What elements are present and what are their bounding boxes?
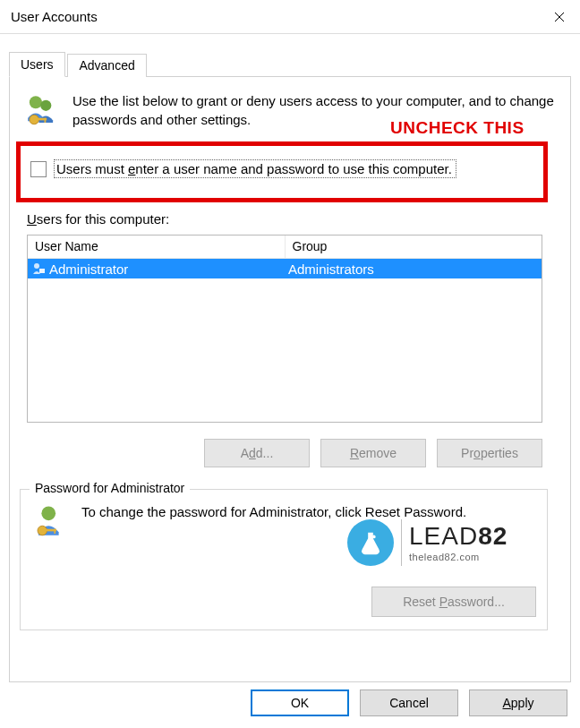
tab-users[interactable]: Users — [9, 52, 65, 77]
password-fieldset: Password for Administrator To change the… — [20, 489, 548, 630]
cell-username: Administrator — [28, 261, 285, 277]
must-enter-credentials-checkbox-row: Users must enter a user name and passwor… — [30, 159, 456, 178]
must-enter-credentials-checkbox[interactable] — [30, 161, 47, 177]
user-key-icon — [31, 502, 69, 544]
list-buttons-row: Add... Remove Properties — [27, 439, 542, 467]
close-icon — [554, 12, 565, 22]
tab-label: Advanced — [79, 58, 134, 73]
cancel-button[interactable]: Cancel — [360, 689, 458, 716]
svg-point-2 — [30, 96, 42, 108]
svg-point-9 — [41, 506, 55, 520]
reset-password-button[interactable]: Reset Password... — [371, 587, 536, 617]
svg-point-7 — [34, 263, 39, 269]
users-list-heading: Users for this computer: — [27, 211, 169, 227]
svg-rect-8 — [39, 269, 45, 273]
group-text: Administrators — [288, 261, 374, 277]
column-group[interactable]: Group — [286, 236, 542, 258]
tab-strip: Users Advanced — [9, 52, 571, 77]
close-button[interactable] — [539, 0, 580, 34]
user-row-icon — [31, 261, 46, 276]
users-listview[interactable]: User Name Group Administrator Administra… — [27, 235, 542, 423]
intro-text: Use the list below to grant or deny user… — [72, 91, 558, 129]
properties-button[interactable]: Properties — [437, 439, 542, 467]
column-username[interactable]: User Name — [28, 236, 286, 258]
table-row[interactable]: Administrator Administrators — [28, 259, 542, 278]
password-text: To change the password for Administrator… — [81, 502, 466, 521]
window-title: User Accounts — [11, 9, 98, 24]
intro-row: Use the list below to grant or deny user… — [22, 91, 558, 133]
add-button[interactable]: Add... — [204, 439, 310, 467]
users-key-icon — [22, 91, 60, 133]
listview-header: User Name Group — [28, 236, 542, 259]
cell-group: Administrators — [285, 261, 542, 277]
svg-rect-12 — [54, 529, 55, 534]
tab-label: Users — [21, 57, 54, 72]
password-legend: Password for Administrator — [30, 481, 190, 495]
must-enter-credentials-label[interactable]: Users must enter a user name and passwor… — [54, 159, 456, 178]
username-text: Administrator — [49, 261, 128, 277]
ok-button[interactable]: OK — [251, 689, 349, 716]
tab-advanced[interactable]: Advanced — [67, 54, 146, 77]
apply-button[interactable]: Apply — [469, 689, 567, 716]
svg-point-3 — [40, 100, 51, 111]
svg-rect-6 — [45, 118, 47, 123]
title-bar: User Accounts — [0, 0, 580, 34]
dialog-buttons: OK Cancel Apply — [0, 678, 580, 728]
remove-button[interactable]: Remove — [320, 439, 426, 467]
